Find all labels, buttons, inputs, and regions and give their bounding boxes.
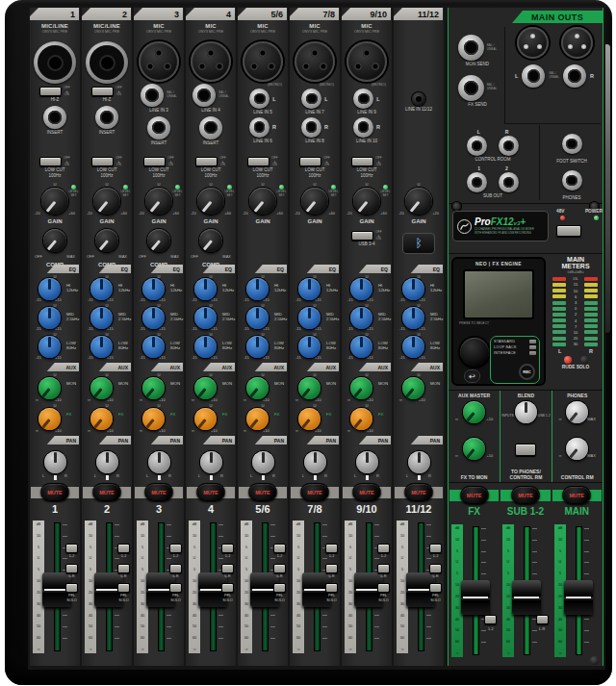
mute-button[interactable]: MUTE <box>40 483 69 501</box>
assign-lr-button[interactable] <box>65 564 78 573</box>
aux-mon-knob[interactable] <box>38 377 61 399</box>
main-mute-button[interactable]: MUTE <box>562 486 591 504</box>
assign-1-2-button[interactable] <box>273 544 286 553</box>
aux-fx-knob[interactable] <box>194 408 217 430</box>
gain-knob[interactable] <box>353 188 380 215</box>
assign-1-2-button[interactable] <box>221 544 234 553</box>
rec-button[interactable]: REC <box>519 364 535 380</box>
aux-mon-knob[interactable] <box>402 377 424 399</box>
pfl-solo-button[interactable] <box>429 583 442 593</box>
low-cut-button[interactable] <box>91 157 114 166</box>
aux-mon-knob[interactable] <box>246 377 269 399</box>
aux-fx-knob[interactable] <box>350 408 372 430</box>
assign-1-2-button[interactable] <box>429 544 442 553</box>
pfl-solo-button[interactable] <box>169 583 182 593</box>
comp-knob[interactable] <box>43 229 66 252</box>
gain-knob[interactable] <box>249 188 276 215</box>
phones-level-knob[interactable] <box>566 401 588 423</box>
hi-z-button[interactable] <box>91 87 114 96</box>
pfl-solo-button[interactable] <box>221 583 234 593</box>
pan-knob[interactable] <box>200 451 222 473</box>
to-phones-control-rm-button[interactable] <box>515 444 536 456</box>
assign-lr-button[interactable] <box>377 564 390 573</box>
assign-lr-button[interactable] <box>169 564 182 573</box>
low-cut-button[interactable] <box>299 157 321 166</box>
assign-lr-button[interactable] <box>325 564 338 573</box>
pan-knob[interactable] <box>408 451 430 473</box>
eq-hi-label: HI12kHz <box>66 283 79 292</box>
mute-button[interactable]: MUTE <box>196 483 225 501</box>
fx-fader-handle[interactable] <box>461 580 490 615</box>
low-cut-button[interactable] <box>195 157 218 166</box>
gain-knob[interactable] <box>41 188 68 215</box>
aux-mon-knob[interactable] <box>350 377 372 399</box>
gain-knob[interactable] <box>405 188 432 215</box>
mute-button[interactable]: MUTE <box>248 483 277 501</box>
back-button[interactable]: ↩ <box>464 369 480 383</box>
fx-to-mon-knob[interactable] <box>463 438 485 460</box>
assign-lr-button[interactable] <box>429 564 442 573</box>
sub-mute-button[interactable]: MUTE <box>511 486 540 504</box>
level-set-indicator: LEVELSET <box>327 185 340 197</box>
pfl-solo-button[interactable] <box>117 583 130 593</box>
sub-assign-lr-button[interactable] <box>536 615 549 624</box>
pfl-solo-button[interactable] <box>325 583 338 593</box>
pfl-solo-button[interactable] <box>65 583 78 593</box>
pan-knob[interactable] <box>44 451 66 473</box>
mute-button[interactable]: MUTE <box>352 483 381 501</box>
aux-mon-knob[interactable] <box>298 377 321 399</box>
gain-knob[interactable] <box>197 188 224 215</box>
assign-1-2-button[interactable] <box>65 544 78 553</box>
assign-1-2-button[interactable] <box>117 544 130 553</box>
aux-mon-knob[interactable] <box>90 377 113 399</box>
assign-1-2-button[interactable] <box>377 544 390 553</box>
mute-button[interactable]: MUTE <box>92 483 121 501</box>
left-label: L <box>376 96 379 102</box>
control-rm-level-knob[interactable] <box>566 438 588 460</box>
assign-1-2-button[interactable] <box>169 544 182 553</box>
pan-knob[interactable] <box>304 451 326 473</box>
assign-1-2-button[interactable] <box>325 544 338 553</box>
aux-section-tab: AUX <box>151 363 183 371</box>
comp-knob[interactable] <box>95 229 118 252</box>
low-cut-button[interactable] <box>143 157 166 166</box>
aux-fx-knob[interactable] <box>298 408 321 430</box>
low-cut-button[interactable] <box>39 157 62 166</box>
gain-knob[interactable] <box>145 188 172 215</box>
low-cut-button[interactable] <box>351 157 373 166</box>
assign-lr-button[interactable] <box>273 564 286 573</box>
aux-fx-knob[interactable] <box>142 408 165 430</box>
mute-button[interactable]: MUTE <box>300 483 329 501</box>
sub-fader-handle[interactable] <box>512 580 541 615</box>
aux-fx-knob[interactable] <box>246 408 269 430</box>
pan-knob[interactable] <box>356 451 378 473</box>
main-fader-handle[interactable] <box>564 580 593 615</box>
aux-mon-knob[interactable] <box>142 377 165 399</box>
mute-button[interactable]: MUTE <box>144 483 173 501</box>
gain-knob[interactable] <box>93 188 120 215</box>
usb-3-4-button[interactable] <box>351 231 373 241</box>
assign-lr-button[interactable] <box>221 564 234 573</box>
pan-knob[interactable] <box>252 451 274 473</box>
comp-knob[interactable] <box>199 229 222 252</box>
assign-lr-button[interactable] <box>117 564 130 573</box>
pfl-solo-button[interactable] <box>377 583 390 593</box>
comp-knob[interactable] <box>147 229 170 252</box>
fx-mute-button[interactable]: MUTE <box>460 486 489 504</box>
aux-mon-knob[interactable] <box>194 377 217 399</box>
pan-knob[interactable] <box>96 451 118 473</box>
pfl-solo-button[interactable] <box>273 583 286 593</box>
fx-select-encoder[interactable] <box>460 338 489 367</box>
blend-knob[interactable] <box>515 401 537 423</box>
pan-knob[interactable] <box>148 451 170 473</box>
fx-assign-1-2-button[interactable] <box>484 615 497 624</box>
mute-button[interactable]: MUTE <box>404 483 433 501</box>
aux-fx-knob[interactable] <box>90 408 113 430</box>
aux-master-knob[interactable] <box>463 401 485 423</box>
gain-knob[interactable] <box>301 188 328 215</box>
phantom-power-button[interactable] <box>556 225 581 237</box>
low-cut-button[interactable] <box>247 157 270 166</box>
hi-z-button[interactable] <box>39 87 62 96</box>
aux-fx-knob[interactable] <box>38 408 61 430</box>
bluetooth-button[interactable]: ᛒ <box>402 233 435 254</box>
